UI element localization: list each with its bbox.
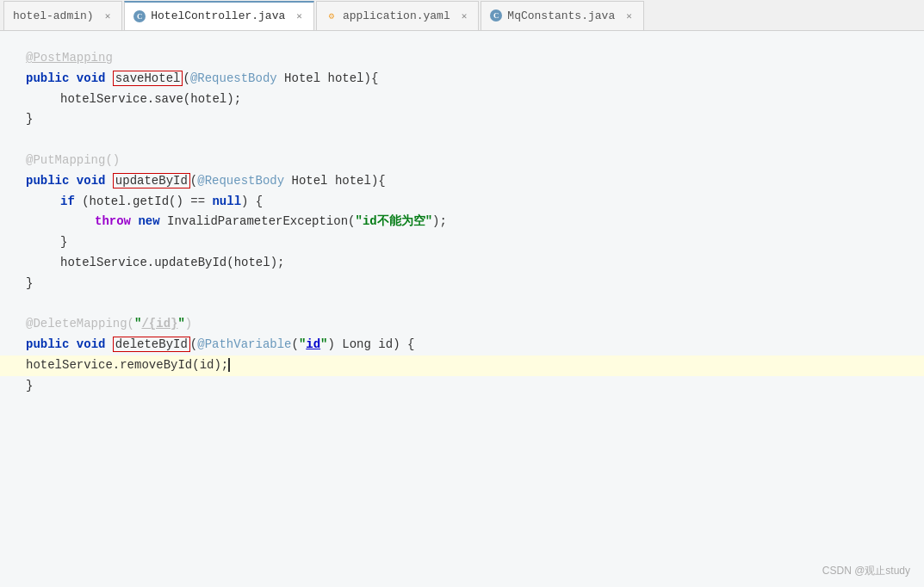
tab-application-yaml-icon: ⚙ bbox=[326, 9, 338, 22]
tab-hotel-controller-label: HotelController.java bbox=[151, 9, 285, 22]
post-mapping-link[interactable]: @PostMapping bbox=[26, 51, 113, 65]
update-by-id-method-name: updateById bbox=[113, 173, 190, 188]
tab-hotel-admin-label: hotel-admin) bbox=[13, 9, 94, 22]
throw-statement: throw new InvalidParameterException("id不… bbox=[26, 212, 898, 232]
save-hotel-method-signature: public void saveHotel(@RequestBody Hotel… bbox=[26, 69, 898, 90]
if-statement: if (hotel.getId() == null) { bbox=[26, 192, 898, 213]
tab-mq-constants-icon: C bbox=[490, 9, 502, 22]
delete-by-id-method-name: deleteById bbox=[113, 337, 190, 352]
tab-application-yaml[interactable]: ⚙ application.yaml ✕ bbox=[316, 1, 479, 30]
save-hotel-body: hotelService.save(hotel); bbox=[26, 90, 898, 110]
tab-application-yaml-label: application.yaml bbox=[343, 9, 450, 22]
post-mapping-annotation: @PostMapping bbox=[26, 48, 898, 69]
tab-hotel-controller-icon: C bbox=[133, 10, 146, 22]
delete-mapping-path-link[interactable]: /{id} bbox=[141, 317, 177, 331]
update-by-id-method-signature: public void updateById(@RequestBody Hote… bbox=[26, 171, 898, 192]
tab-mq-constants[interactable]: C MqConstants.java ✕ bbox=[481, 1, 643, 30]
save-hotel-close: } bbox=[26, 109, 898, 130]
watermark: CSDN @观止study bbox=[822, 564, 910, 578]
delete-by-id-close: } bbox=[26, 376, 898, 397]
delete-mapping-annotation: @DeleteMapping("/{id}") bbox=[26, 314, 898, 335]
tab-hotel-admin[interactable]: hotel-admin) ✕ bbox=[3, 1, 122, 30]
tab-hotel-controller[interactable]: C HotelController.java ✕ bbox=[124, 1, 314, 30]
tab-mq-constants-close[interactable]: ✕ bbox=[623, 9, 635, 22]
code-editor: @PostMapping public void saveHotel(@Requ… bbox=[0, 31, 924, 587]
tab-application-yaml-close[interactable]: ✕ bbox=[459, 9, 470, 22]
update-by-id-body: hotelService.updateById(hotel); bbox=[26, 253, 898, 274]
save-hotel-method-name: saveHotel bbox=[113, 71, 183, 86]
if-close-brace: } bbox=[26, 232, 898, 253]
path-variable-id-link[interactable]: id bbox=[306, 337, 320, 351]
update-by-id-close: } bbox=[26, 274, 898, 294]
tab-bar: hotel-admin) ✕ C HotelController.java ✕ … bbox=[0, 0, 924, 31]
put-mapping-annotation: @PutMapping() bbox=[26, 151, 898, 171]
tab-hotel-admin-close[interactable]: ✕ bbox=[102, 9, 114, 22]
highlighted-remove-line: hotelService.removeById(id); bbox=[0, 355, 924, 376]
tab-hotel-controller-close[interactable]: ✕ bbox=[294, 9, 305, 22]
tab-mq-constants-label: MqConstants.java bbox=[507, 9, 615, 22]
delete-by-id-method-signature: public void deleteById(@PathVariable("id… bbox=[26, 335, 898, 355]
